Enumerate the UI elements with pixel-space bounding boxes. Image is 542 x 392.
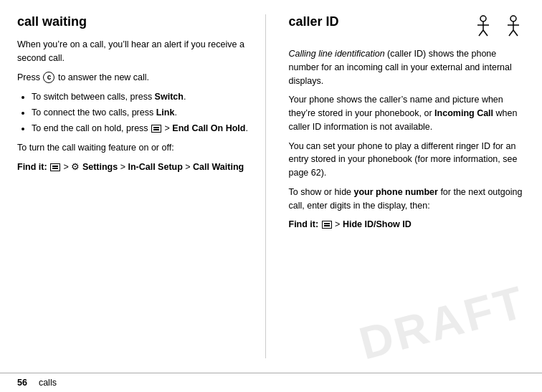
left-para1: When you’re on a call, you’ll hear an al… [17,38,254,65]
right-header-row: caller ID [289,14,526,40]
left-section-title: call waiting [17,14,254,29]
bullet-item-link: To connect the two calls, press Link. [32,105,254,120]
svg-line-8 [509,30,513,36]
svg-line-4 [483,30,488,36]
left-para3: To turn the call waiting feature on or o… [17,141,254,155]
footer: 56 calls [0,373,542,392]
bullet-item-end-call: To end the call on hold, press > End Cal… [32,121,254,135]
right-para4: To show or hide your phone number for th… [289,186,526,213]
page-number: 56 [17,378,27,388]
hide-show-id-text: Hide ID/Show ID [343,219,412,229]
footer-section: calls [39,378,57,388]
svg-line-9 [513,30,518,36]
your-phone-number-keyword: your phone number [354,187,438,197]
right-para3: You can set your phone to play a differe… [289,140,526,180]
right-column: caller ID [283,14,526,358]
menu-icon-bullet [151,125,161,133]
switch-keyword: Switch [155,92,184,102]
link-keyword: Link [156,107,175,118]
find-it-label-right: Find it: [289,219,319,229]
left-column: call waiting When you’re on a call, you’… [17,14,266,358]
answer-icon: c [43,72,54,83]
left-find-it: Find it: > ⚙ Settings > In-Call Setup > … [17,161,254,174]
end-call-hold-text: End Call On Hold [172,123,245,133]
content-area: call waiting When you’re on a call, you’… [0,0,542,373]
right-find-it: Find it: > Hide ID/Show ID [289,218,526,231]
find-it-settings: Settings > In-Call Setup > Call Waiting [82,162,244,172]
accessibility-icons [467,14,525,37]
settings-icon: ⚙ [71,162,80,172]
bullet-item-switch: To switch between calls, press Switch. [32,90,254,104]
right-para4-prefix: To show or hide [289,187,354,197]
menu-icon-right [322,221,332,229]
incoming-call-keyword: Incoming Call [434,108,493,118]
right-section-title: caller ID [289,14,339,29]
menu-icon-findit [50,163,60,171]
right-para1: Calling line identification (caller ID) … [289,47,526,87]
svg-point-5 [510,16,516,21]
accessibility-icon-1 [472,14,495,37]
svg-line-3 [479,30,483,36]
page: call waiting When you’re on a call, you’… [0,0,542,392]
right-para2: Your phone shows the caller’s name and p… [289,93,526,133]
right-para1-italic: Calling line identification [289,49,385,59]
accessibility-icon-2 [502,14,525,37]
find-it-label-left: Find it: [17,162,47,172]
left-para2: Press c to answer the new call. [17,71,254,85]
svg-point-0 [480,16,486,21]
bullet-list: To switch between calls, press Switch. T… [32,90,254,135]
